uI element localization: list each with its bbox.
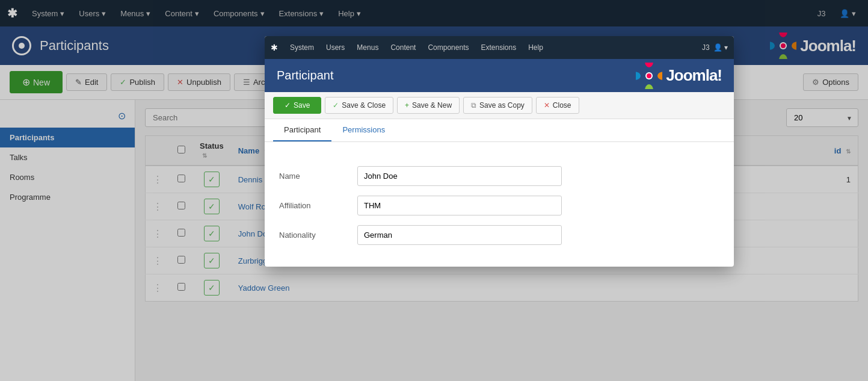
modal-joomla-logo: Joomla! (636, 63, 722, 89)
modal-nav-components[interactable]: Components (423, 36, 473, 59)
modal-tabs: Participant Permissions (265, 119, 734, 142)
form-group-nationality: Nationality (279, 225, 719, 245)
close-x-icon: ✕ (544, 101, 550, 110)
affiliation-label: Affiliation (279, 201, 357, 210)
tab-participant[interactable]: Participant (273, 119, 331, 141)
modal-user-menu[interactable]: 👤 ▾ (713, 43, 728, 52)
affiliation-input[interactable] (357, 196, 562, 215)
name-input[interactable] (357, 166, 562, 186)
nationality-input[interactable] (357, 225, 562, 245)
svg-point-11 (647, 73, 651, 78)
modal-nav-right: J3 👤 ▾ (702, 43, 728, 52)
save-new-plus-icon: + (405, 101, 409, 110)
save-close-check-icon: ✓ (333, 101, 339, 110)
modal-save-button[interactable]: ✓ Save (273, 97, 321, 114)
modal-j3-link[interactable]: J3 (702, 43, 710, 52)
modal-nav-users[interactable]: Users (321, 36, 349, 59)
svg-point-8 (645, 84, 653, 89)
modal-overlay[interactable]: ✱ System Users Menus Content Components … (0, 0, 868, 381)
form-group-name: Name (279, 166, 719, 186)
svg-point-9 (636, 72, 641, 80)
modal-window: ✱ System Users Menus Content Components … (265, 36, 734, 267)
modal-nav-help[interactable]: Help (523, 36, 548, 59)
modal-close-button[interactable]: ✕ Close (536, 97, 579, 114)
nationality-label: Nationality (279, 231, 357, 240)
name-label: Name (279, 172, 357, 181)
modal-save-copy-button[interactable]: ⧉ Save as Copy (463, 97, 532, 114)
modal-joomla-brand-icon[interactable]: ✱ (271, 43, 278, 52)
form-group-affiliation: Affiliation (279, 196, 719, 215)
modal-save-close-button[interactable]: ✓ Save & Close (325, 97, 393, 114)
modal-title: Participant (277, 69, 636, 82)
modal-nav-system[interactable]: System (285, 36, 319, 59)
modal-top-navigation: ✱ System Users Menus Content Components … (265, 36, 734, 59)
tab-permissions[interactable]: Permissions (331, 119, 396, 141)
modal-joomla-flower-icon (636, 63, 662, 89)
modal-nav-menus[interactable]: Menus (352, 36, 383, 59)
modal-nav-extensions[interactable]: Extensions (476, 36, 521, 59)
save-copy-icon: ⧉ (471, 101, 476, 110)
svg-point-6 (645, 63, 653, 67)
modal-joomla-text: Joomla! (666, 66, 722, 85)
modal-nav-content[interactable]: Content (386, 36, 420, 59)
modal-save-new-button[interactable]: + Save & New (397, 97, 460, 114)
modal-header: Participant Joomla! (265, 59, 734, 92)
modal-toolbar: ✓ Save ✓ Save & Close + Save & New ⧉ Sav… (265, 92, 734, 119)
save-check-icon: ✓ (285, 101, 291, 110)
svg-point-7 (657, 72, 662, 80)
modal-form-content: Name Affiliation Nationality (265, 154, 734, 267)
